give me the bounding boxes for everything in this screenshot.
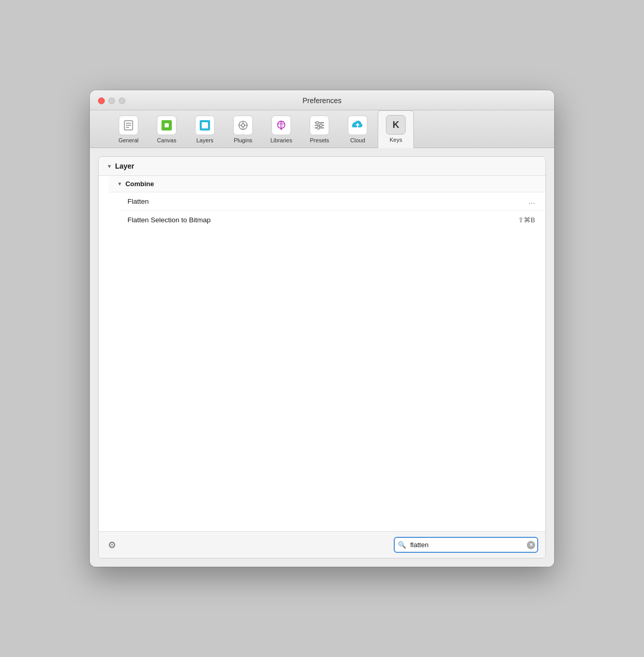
combine-chevron-icon: ▼ — [117, 181, 122, 187]
minimize-button[interactable] — [108, 97, 115, 104]
keys-tab-label: Keys — [390, 137, 402, 143]
general-svg — [123, 120, 134, 131]
canvas-svg — [160, 119, 173, 132]
keys-panel: ▼ Layer ▼ Combine Flatten … — [98, 156, 546, 559]
plugins-icon — [233, 116, 253, 135]
combine-subsection: ▼ Combine Flatten … Flatten Selection to… — [99, 176, 545, 229]
tab-general[interactable]: General — [110, 111, 147, 147]
maximize-button[interactable] — [119, 97, 125, 104]
cloud-svg — [351, 119, 364, 132]
tab-libraries[interactable]: Libraries — [263, 111, 299, 147]
keys-icon: K — [386, 115, 406, 135]
tab-canvas[interactable]: Canvas — [149, 111, 185, 147]
titlebar: Preferences — [90, 90, 554, 110]
close-button[interactable] — [98, 97, 105, 104]
svg-point-17 — [320, 124, 323, 127]
combine-subsection-title: Combine — [125, 180, 154, 188]
tab-layers[interactable]: Layers — [187, 111, 223, 147]
presets-icon — [310, 116, 329, 135]
general-icon — [119, 116, 138, 135]
layers-tab-label: Layers — [196, 137, 213, 143]
canvas-icon — [157, 116, 176, 135]
key-name-flatten: Flatten — [127, 198, 149, 205]
svg-point-15 — [316, 122, 319, 124]
general-tab-label: General — [118, 137, 138, 143]
clear-icon: ✕ — [529, 542, 533, 548]
libraries-icon — [271, 116, 291, 135]
layers-icon — [195, 116, 215, 135]
combine-subsection-header[interactable]: ▼ Combine — [109, 176, 545, 192]
preferences-window: Preferences General C — [90, 90, 554, 567]
search-clear-button[interactable]: ✕ — [527, 541, 535, 549]
key-shortcut-flatten: … — [528, 198, 535, 205]
cloud-icon — [348, 116, 367, 135]
tab-cloud[interactable]: Cloud — [340, 111, 376, 147]
libraries-svg — [275, 119, 287, 132]
content-area: ▼ Layer ▼ Combine Flatten … — [90, 148, 554, 567]
gear-icon: ⚙ — [108, 540, 116, 550]
layers-svg — [199, 119, 211, 132]
libraries-tab-label: Libraries — [270, 137, 292, 143]
svg-rect-5 — [165, 123, 169, 127]
key-shortcut-flatten-bitmap: ⇧⌘B — [518, 216, 535, 224]
key-rows-list: Flatten … Flatten Selection to Bitmap ⇧⌘… — [109, 192, 545, 229]
layer-chevron-icon: ▼ — [107, 163, 112, 169]
traffic-lights — [98, 97, 125, 104]
search-input[interactable] — [394, 537, 538, 553]
svg-point-9 — [242, 124, 245, 127]
svg-point-19 — [317, 127, 320, 129]
layer-section-title: Layer — [115, 162, 134, 170]
tab-plugins[interactable]: Plugins — [225, 111, 261, 147]
plugins-tab-label: Plugins — [234, 137, 252, 143]
table-row: Flatten Selection to Bitmap ⇧⌘B — [119, 211, 545, 229]
toolbar: General Canvas Layers — [90, 110, 554, 148]
bottom-bar: ⚙ 🔍 ✕ — [99, 531, 545, 558]
panel-content: ▼ Layer ▼ Combine Flatten … — [99, 157, 545, 531]
gear-button[interactable]: ⚙ — [106, 537, 118, 553]
presets-tab-label: Presets — [310, 137, 329, 143]
canvas-tab-label: Canvas — [157, 137, 176, 143]
table-row: Flatten … — [119, 192, 545, 211]
window-title: Preferences — [302, 96, 341, 110]
plugins-svg — [237, 120, 249, 131]
key-name-flatten-bitmap: Flatten Selection to Bitmap — [127, 216, 211, 224]
layer-section-header[interactable]: ▼ Layer — [99, 157, 545, 176]
cloud-tab-label: Cloud — [350, 137, 365, 143]
svg-rect-7 — [202, 122, 208, 128]
tab-keys[interactable]: K Keys — [378, 110, 414, 148]
search-container: 🔍 ✕ — [394, 537, 538, 553]
tab-presets[interactable]: Presets — [301, 111, 337, 147]
presets-svg — [314, 120, 325, 131]
